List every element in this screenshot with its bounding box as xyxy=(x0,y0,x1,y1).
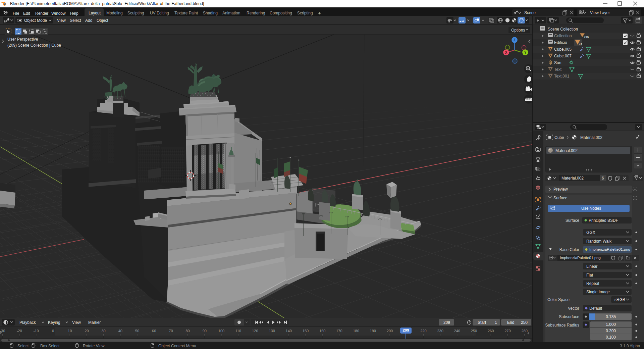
svg-text:Z: Z xyxy=(514,38,516,42)
svg-text:X: X xyxy=(505,51,507,54)
svg-text:Y: Y xyxy=(524,51,527,54)
